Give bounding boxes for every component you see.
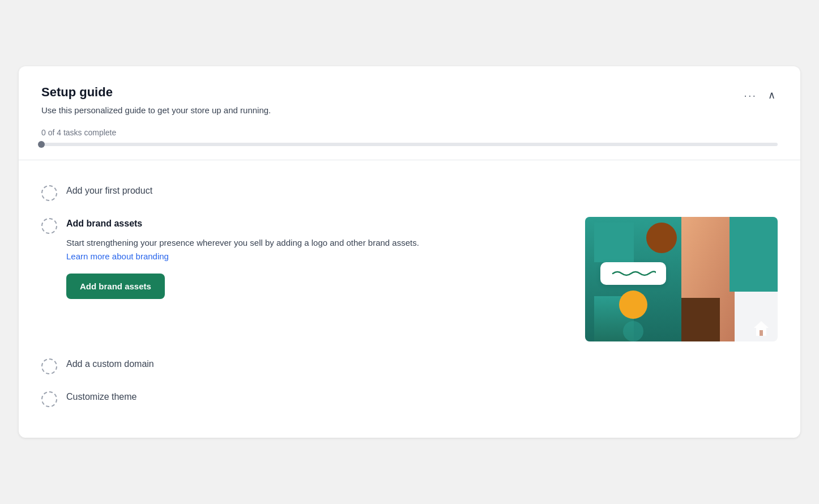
collapse-button[interactable]: ∧ (766, 87, 778, 104)
learn-more-link[interactable]: Learn more about branding (66, 251, 169, 261)
section-divider (19, 160, 800, 160)
brand-illustration (585, 217, 778, 341)
task-description: Start strengthening your presence wherev… (66, 236, 429, 263)
task-title[interactable]: Add brand assets (66, 217, 562, 230)
illus-teal-top-right (730, 217, 778, 292)
progress-bar-track (41, 143, 778, 146)
header-left: Setup guide Use this personalized guide … (41, 84, 271, 117)
task-checkbox[interactable] (41, 358, 57, 374)
expanded-task-content: Add brand assets Start strengthening you… (66, 217, 562, 299)
illus-house-icon (753, 320, 770, 337)
illus-teal-square (594, 223, 634, 262)
illus-teal-reflection (623, 321, 643, 341)
progress-dot (38, 141, 45, 148)
tasks-section: Add your first product Add brand assets … (41, 176, 778, 415)
page-subtitle: Use this personalized guide to get your … (41, 104, 271, 117)
task-content: Add a custom domain (66, 357, 778, 371)
svg-marker-0 (754, 321, 769, 328)
task-item: Add a custom domain (41, 349, 778, 382)
task-checkbox[interactable] (41, 391, 57, 407)
expanded-task: Add brand assets Start strengthening you… (66, 217, 778, 341)
task-content: Add brand assets Start strengthening you… (66, 217, 778, 341)
task-content: Add your first product (66, 184, 778, 198)
illus-wave-card (600, 262, 666, 285)
task-item: Add your first product (41, 176, 778, 209)
task-title[interactable]: Customize theme (66, 390, 778, 404)
task-content: Customize theme (66, 390, 778, 404)
task-checkbox[interactable] (41, 218, 57, 234)
description-text: Start strengthening your presence wherev… (66, 238, 419, 247)
illus-left-panel (585, 217, 681, 341)
add-brand-assets-button[interactable]: Add brand assets (66, 274, 165, 299)
illus-right-panel (681, 217, 778, 341)
task-item: Customize theme (41, 382, 778, 415)
illus-brown-circle (646, 223, 677, 253)
setup-guide-card: Setup guide Use this personalized guide … (19, 66, 800, 438)
page-title: Setup guide (41, 84, 271, 101)
task-title[interactable]: Add a custom domain (66, 357, 778, 371)
progress-section: 0 of 4 tasks complete (41, 128, 778, 146)
task-checkbox[interactable] (41, 185, 57, 201)
progress-label: 0 of 4 tasks complete (41, 128, 778, 137)
card-header: Setup guide Use this personalized guide … (41, 84, 778, 117)
task-item: Add brand assets Start strengthening you… (41, 209, 778, 349)
task-title[interactable]: Add your first product (66, 184, 778, 198)
header-actions: ··· ∧ (741, 84, 778, 104)
illus-yellow-circle (619, 291, 647, 319)
svg-rect-2 (760, 330, 763, 336)
more-options-button[interactable]: ··· (741, 87, 759, 103)
illus-brown-base (681, 298, 720, 341)
